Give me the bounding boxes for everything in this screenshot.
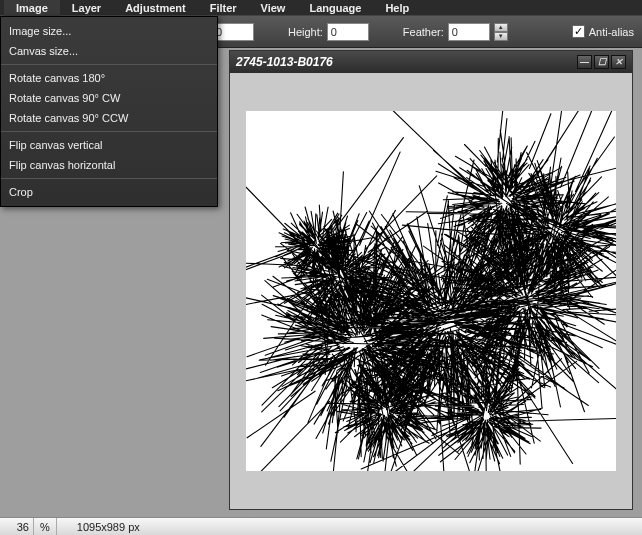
menu-item-crop[interactable]: Crop: [1, 182, 217, 202]
menu-view[interactable]: View: [249, 0, 298, 16]
antialias-label: Anti-alias: [589, 26, 634, 38]
menu-divider: [1, 64, 217, 65]
height-group: Height:: [288, 23, 369, 41]
zoom-unit: %: [34, 518, 57, 535]
menu-layer[interactable]: Layer: [60, 0, 113, 16]
menu-filter[interactable]: Filter: [198, 0, 249, 16]
menu-item-rotate-180[interactable]: Rotate canvas 180°: [1, 68, 217, 88]
menu-item-flip-vertical[interactable]: Flip canvas vertical: [1, 135, 217, 155]
document-window: 2745-1013-B0176 — ☐ ✕: [229, 50, 633, 510]
menu-help[interactable]: Help: [373, 0, 421, 16]
height-input[interactable]: [327, 23, 369, 41]
menu-item-image-size[interactable]: Image size...: [1, 21, 217, 41]
menu-item-rotate-90ccw[interactable]: Rotate canvas 90° CCW: [1, 108, 217, 128]
zoom-value[interactable]: 36: [0, 518, 34, 535]
maximize-button[interactable]: ☐: [594, 55, 609, 69]
canvas-area[interactable]: [230, 73, 632, 509]
feather-stepper[interactable]: ▲ ▼: [494, 23, 508, 41]
menu-divider: [1, 178, 217, 179]
canvas-dimensions: 1095x989 px: [57, 521, 160, 533]
width-input[interactable]: [212, 23, 254, 41]
menubar: Image Layer Adjustment Filter View Langu…: [0, 0, 642, 16]
close-button[interactable]: ✕: [611, 55, 626, 69]
antialias-checkbox[interactable]: ✓ Anti-alias: [572, 25, 634, 38]
feather-step-up[interactable]: ▲: [494, 23, 508, 32]
image-menu-dropdown: Image size... Canvas size... Rotate canv…: [0, 16, 218, 207]
menu-adjustment[interactable]: Adjustment: [113, 0, 198, 16]
menu-item-canvas-size[interactable]: Canvas size...: [1, 41, 217, 61]
menu-item-flip-horizontal[interactable]: Flip canvas horizontal: [1, 155, 217, 175]
feather-step-down[interactable]: ▼: [494, 32, 508, 41]
statusbar: 36 % 1095x989 px: [0, 517, 642, 535]
feather-label: Feather:: [403, 26, 444, 38]
menu-item-rotate-90cw[interactable]: Rotate canvas 90° CW: [1, 88, 217, 108]
menu-image[interactable]: Image: [4, 0, 60, 16]
feather-group: Feather: ▲ ▼: [403, 23, 508, 41]
checkbox-icon: ✓: [572, 25, 585, 38]
minimize-button[interactable]: —: [577, 55, 592, 69]
canvas-artwork: [246, 111, 616, 471]
menu-language[interactable]: Language: [297, 0, 373, 16]
menu-divider: [1, 131, 217, 132]
feather-input[interactable]: [448, 23, 490, 41]
height-label: Height:: [288, 26, 323, 38]
document-titlebar[interactable]: 2745-1013-B0176 — ☐ ✕: [230, 51, 632, 73]
canvas[interactable]: [246, 111, 616, 471]
document-title: 2745-1013-B0176: [236, 55, 333, 69]
